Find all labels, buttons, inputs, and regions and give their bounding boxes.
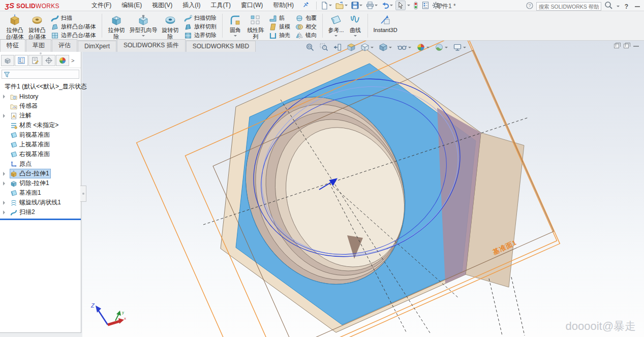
tree-item-helix[interactable]: 螺旋线/涡状线1 [0, 198, 81, 207]
tab-dimxpert[interactable]: DimXpert [78, 41, 116, 52]
tree-item-right-plane[interactable]: 右视基准面 [0, 149, 81, 159]
tree-item-top-plane[interactable]: 上视基准面 [0, 140, 81, 149]
tab-mbd[interactable]: SOLIDWORKS MBD [186, 41, 256, 52]
select-tool-button[interactable] [395, 1, 406, 10]
reference-geometry-caret[interactable] [334, 35, 338, 38]
tree-root-part[interactable]: 零件1 (默认<<默认>_显示状态 [0, 82, 81, 91]
search-options-caret[interactable] [617, 6, 620, 9]
hole-wizard-button[interactable]: 异型孔向导 [128, 13, 159, 39]
hole-wizard-caret[interactable] [142, 35, 145, 38]
apply-scene-caret[interactable] [445, 47, 448, 50]
mirror-button[interactable]: 镜向 [294, 31, 318, 40]
menu-help[interactable]: 帮助(H) [268, 0, 298, 11]
curves-button[interactable]: 曲线 [346, 13, 364, 39]
view-orientation-caret[interactable] [371, 47, 374, 50]
menu-insert[interactable]: 插入(I) [178, 0, 205, 11]
expand-arrow[interactable] [3, 172, 7, 176]
pin-menu-icon[interactable] [302, 1, 309, 10]
previous-view-button[interactable] [332, 42, 343, 52]
display-manager-tab[interactable] [56, 55, 69, 66]
expand-arrow[interactable] [3, 181, 7, 186]
swept-boss-button[interactable]: 扫描 [49, 14, 98, 22]
panel-splitter-handle[interactable] [80, 186, 86, 202]
fillet-caret[interactable] [234, 35, 237, 38]
tree-item-history[interactable]: History [0, 91, 81, 101]
rebuild-button[interactable] [412, 1, 420, 10]
expand-arrow[interactable] [3, 95, 7, 99]
help-button[interactable]: ? [623, 3, 630, 10]
search-box[interactable] [536, 2, 601, 11]
menu-window[interactable]: 窗口(W) [236, 0, 267, 11]
select-tool-caret[interactable] [407, 5, 410, 8]
window-restore-icon[interactable] [614, 44, 619, 48]
revolved-cut-button[interactable]: 旋转切 除 [159, 13, 181, 41]
configuration-manager-tab[interactable] [42, 55, 55, 66]
zoom-to-area-button[interactable] [319, 42, 329, 52]
display-style-button[interactable] [378, 42, 393, 52]
viewport-canvas[interactable] [82, 41, 644, 337]
tree-item-boss-extrude1[interactable]: 凸台-拉伸1 [0, 169, 81, 178]
wrap-button[interactable]: 包覆 [294, 14, 318, 22]
rib-button[interactable]: 筋 [267, 14, 292, 22]
open-document-button[interactable] [334, 1, 349, 10]
search-input[interactable] [539, 4, 599, 10]
expand-arrow[interactable] [3, 201, 7, 205]
view-orientation-button[interactable] [360, 42, 375, 52]
intersect-button[interactable]: 相交 [294, 22, 318, 31]
view-settings-button[interactable] [452, 42, 467, 52]
fillet-button[interactable]: 圆角 [226, 13, 245, 39]
draft-button[interactable]: 拔模 [267, 22, 292, 31]
curves-caret[interactable] [354, 35, 357, 38]
display-style-caret[interactable] [389, 47, 392, 50]
window-minimize-icon[interactable] [633, 46, 639, 47]
lofted-boss-button[interactable]: 放样凸台/基体 [49, 22, 98, 31]
undo-button[interactable] [380, 1, 394, 10]
menu-file[interactable]: 文件(F) [87, 0, 116, 11]
apply-scene-button[interactable] [434, 42, 449, 52]
tree-filter-box[interactable] [2, 70, 79, 79]
tree-item-material[interactable]: 材质 <未指定> [0, 120, 81, 130]
panel-tabs-overflow[interactable]: > [70, 57, 76, 64]
expand-arrow[interactable] [3, 114, 7, 118]
save-button[interactable] [350, 1, 364, 10]
tree-item-plane1[interactable]: 基准面1 [0, 188, 81, 198]
panel-splitter-dot[interactable] [40, 52, 42, 54]
reference-geometry-button[interactable]: 参考... [326, 13, 346, 39]
feature-tree-tab[interactable] [15, 55, 28, 66]
linear-pattern-button[interactable]: 线性阵 列 [245, 13, 266, 41]
search-submit-icon[interactable] [604, 1, 613, 12]
tab-evaluate[interactable]: 评估 [52, 39, 77, 52]
expand-arrow[interactable] [3, 210, 7, 215]
zoom-to-fit-button[interactable] [305, 42, 315, 52]
lofted-cut-button[interactable]: 放样切割 [182, 22, 218, 31]
tree-item-sensors[interactable]: 传感器 [0, 101, 81, 111]
file-properties-button[interactable] [421, 1, 430, 10]
menu-tools[interactable]: 工具(T) [206, 0, 235, 11]
boundary-cut-button[interactable]: 边界切除 [182, 31, 218, 40]
shell-button[interactable]: 抽壳 [267, 31, 292, 40]
hide-show-items-button[interactable] [396, 42, 412, 52]
tree-item-front-plane[interactable]: 前视基准面 [0, 130, 81, 140]
tree-item-cut-extrude1[interactable]: 切除-拉伸1 [0, 178, 81, 188]
tab-features[interactable]: 特征 [0, 39, 25, 52]
extruded-cut-button[interactable]: 拉伸切 除 [105, 13, 128, 41]
instant3d-button[interactable]: Instant3D [371, 13, 400, 35]
revolved-boss-button[interactable]: 旋转凸 台/基体 [26, 13, 48, 41]
section-view-button[interactable] [346, 42, 356, 52]
property-manager-tab[interactable] [28, 55, 42, 66]
swept-cut-button[interactable]: 扫描切除 [182, 14, 218, 22]
edit-appearance-button[interactable] [416, 42, 431, 52]
menu-view[interactable]: 视图(V) [147, 0, 177, 11]
new-document-button[interactable] [320, 1, 333, 10]
part-tab[interactable] [1, 55, 14, 66]
view-settings-caret[interactable] [463, 47, 466, 50]
hide-show-caret[interactable] [408, 47, 411, 50]
edit-appearance-caret[interactable] [426, 47, 430, 50]
tab-sketch[interactable]: 草图 [26, 39, 51, 52]
graphics-area[interactable]: 基准面1 Z y x dooooit@暴走 [82, 41, 644, 337]
extruded-boss-button[interactable]: 拉伸凸 台/基体 [4, 13, 26, 41]
tree-item-origin[interactable]: 原点 [0, 159, 81, 169]
window-restore2-icon[interactable] [624, 44, 629, 48]
collapse-ribbon-icon[interactable] [635, 6, 640, 7]
print-button[interactable] [365, 1, 379, 10]
